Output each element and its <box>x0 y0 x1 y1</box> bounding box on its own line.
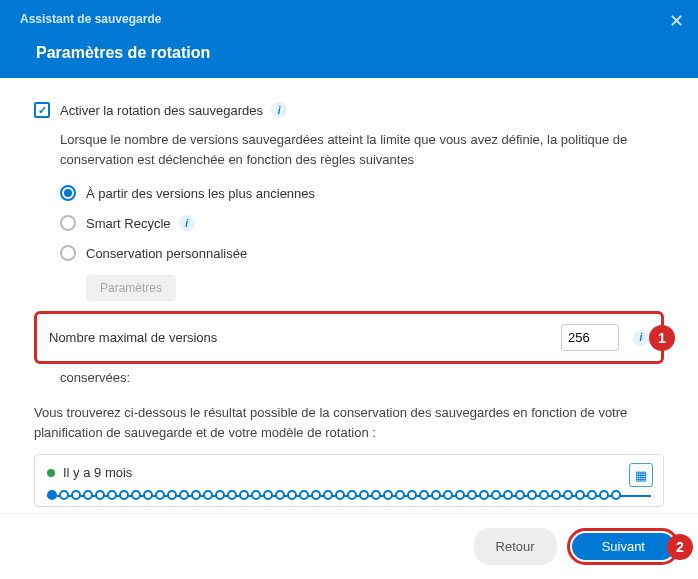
timeline-tick <box>443 490 453 500</box>
timeline-tick <box>407 490 417 500</box>
info-icon[interactable]: i <box>271 102 287 118</box>
info-icon[interactable]: i <box>633 330 649 346</box>
timeline-tick <box>311 490 321 500</box>
callout-badge-2: 2 <box>667 534 693 560</box>
wizard-header: Assistant de sauvegarde Paramètres de ro… <box>0 0 698 78</box>
enable-rotation-checkbox[interactable]: ✓ <box>34 102 50 118</box>
timeline-tick <box>599 490 609 500</box>
timeline-tick <box>107 490 117 500</box>
timeline-track <box>47 490 651 500</box>
info-icon[interactable]: i <box>179 215 195 231</box>
timeline-tick <box>287 490 297 500</box>
timeline-tick <box>371 490 381 500</box>
radio-custom-label: Conservation personnalisée <box>86 246 247 261</box>
green-dot-icon <box>47 469 55 477</box>
radio-smart-label: Smart Recycle <box>86 216 171 231</box>
timeline-tick <box>95 490 105 500</box>
radio-group: À partir des versions les plus anciennes… <box>60 185 664 301</box>
timeline-tick <box>143 490 153 500</box>
next-button[interactable]: Suivant <box>572 533 675 560</box>
timeline-tick <box>179 490 189 500</box>
timeline-tick <box>239 490 249 500</box>
timeline-tick <box>215 490 225 500</box>
timeline-tick <box>119 490 129 500</box>
timeline-tick <box>335 490 345 500</box>
timeline-tick <box>275 490 285 500</box>
timeline-tick <box>59 490 69 500</box>
rotation-description: Lorsque le nombre de versions sauvegardé… <box>60 130 664 169</box>
max-versions-label: Nombre maximal de versions <box>49 330 561 345</box>
timeline-tick <box>347 490 357 500</box>
timeline-tick <box>383 490 393 500</box>
radio-smart-recycle[interactable] <box>60 215 76 231</box>
timeline-tick <box>131 490 141 500</box>
timeline-tick <box>47 490 57 500</box>
timeline-tick <box>611 490 621 500</box>
timeline-tick <box>251 490 261 500</box>
timeline-tick <box>479 490 489 500</box>
timeline-tick <box>71 490 81 500</box>
timeline-tick <box>323 490 333 500</box>
radio-custom[interactable] <box>60 245 76 261</box>
timeline-preview: Il y a 9 mois ▦ <box>34 454 664 507</box>
calendar-icon[interactable]: ▦ <box>629 463 653 487</box>
timeline-tick <box>563 490 573 500</box>
timeline-tick <box>455 490 465 500</box>
result-description: Vous trouverez ci-dessous le résultat po… <box>34 403 664 442</box>
timeline-tick <box>551 490 561 500</box>
content-area: ✓ Activer la rotation des sauvegardes i … <box>0 78 698 513</box>
max-versions-row: Nombre maximal de versions i 1 <box>34 311 664 364</box>
timeline-tick <box>395 490 405 500</box>
timeline-tick <box>83 490 93 500</box>
timeline-tick <box>191 490 201 500</box>
back-button[interactable]: Retour <box>474 528 557 565</box>
timeline-tick <box>227 490 237 500</box>
timeline-tick <box>503 490 513 500</box>
settings-button: Paramètres <box>86 275 176 301</box>
timeline-tick <box>299 490 309 500</box>
timeline-tick <box>359 490 369 500</box>
timeline-tick <box>431 490 441 500</box>
timeline-tick <box>467 490 477 500</box>
kept-label: conservées: <box>60 370 664 385</box>
radio-oldest-first[interactable] <box>60 185 76 201</box>
timeline-tick <box>575 490 585 500</box>
timeline-tick <box>155 490 165 500</box>
wizard-title: Assistant de sauvegarde <box>20 12 678 26</box>
timeline-tick <box>515 490 525 500</box>
timeline-ago-label: Il y a 9 mois <box>63 465 132 480</box>
timeline-tick <box>587 490 597 500</box>
max-versions-input[interactable] <box>561 324 619 351</box>
close-button[interactable]: ✕ <box>669 10 684 32</box>
wizard-footer: Retour Suivant 2 <box>0 513 698 579</box>
timeline-tick <box>419 490 429 500</box>
timeline-tick <box>167 490 177 500</box>
timeline-tick <box>539 490 549 500</box>
callout-badge-1: 1 <box>649 325 675 351</box>
timeline-tick <box>263 490 273 500</box>
timeline-tick <box>491 490 501 500</box>
next-button-highlight: Suivant 2 <box>567 528 680 565</box>
enable-rotation-label: Activer la rotation des sauvegardes <box>60 103 263 118</box>
radio-oldest-label: À partir des versions les plus anciennes <box>86 186 315 201</box>
timeline-tick <box>203 490 213 500</box>
wizard-subtitle: Paramètres de rotation <box>36 44 678 62</box>
timeline-tick <box>527 490 537 500</box>
